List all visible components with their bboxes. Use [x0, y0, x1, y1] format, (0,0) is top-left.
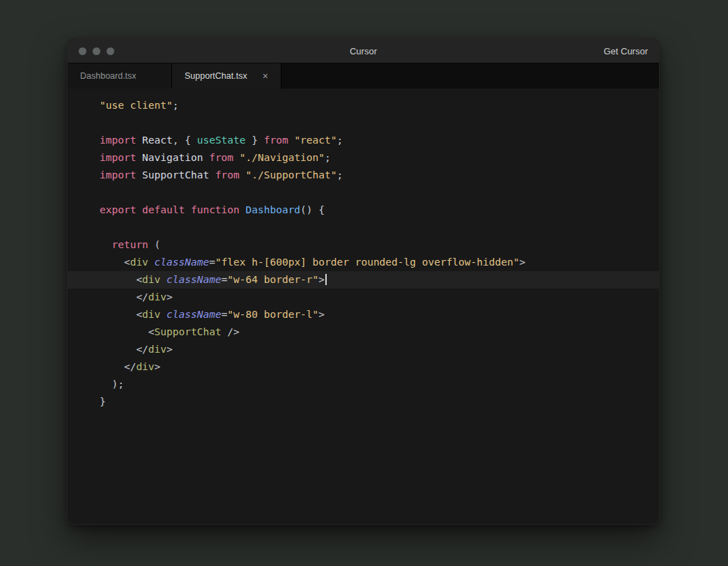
code-token: "./Navigation"	[240, 152, 325, 163]
code-line[interactable]	[68, 184, 659, 201]
code-token: import	[100, 135, 142, 146]
zoom-window-button[interactable]	[107, 47, 114, 55]
code-token: <	[100, 309, 142, 320]
code-token: >	[155, 361, 161, 372]
code-line[interactable]: <SupportChat />	[68, 323, 659, 341]
code-line[interactable]: return (	[68, 236, 659, 254]
window-title: Cursor	[68, 46, 659, 56]
code-token: </	[100, 291, 148, 303]
tab-label: SupportChat.tsx	[185, 71, 247, 81]
code-token: div	[142, 309, 160, 320]
code-token: return	[111, 239, 148, 250]
code-line[interactable]: </div>	[68, 289, 659, 306]
code-line[interactable]: import SupportChat from "./SupportChat";	[68, 167, 659, 184]
title-bar[interactable]: Cursor Get Cursor	[68, 39, 659, 63]
code-token: "w-80 border-l"	[227, 309, 318, 320]
code-token: >	[318, 309, 325, 320]
code-token: <	[100, 274, 142, 285]
code-token: (	[148, 239, 160, 250]
code-token: className	[166, 274, 222, 285]
code-token	[209, 169, 215, 181]
code-token: className	[166, 309, 222, 320]
code-line[interactable]: <div className="w-64 border-r">	[68, 271, 659, 289]
tab-dashboard[interactable]: Dashboard.tsx	[68, 63, 172, 89]
code-token: import	[100, 152, 142, 163]
tab-close-icon[interactable]: ×	[263, 71, 268, 81]
code-line[interactable]: <div className="w-80 border-l">	[68, 306, 659, 323]
code-token: div	[142, 274, 160, 285]
code-line[interactable]: </div>	[68, 358, 659, 376]
code-token: from	[264, 135, 295, 146]
code-line[interactable]: <div className="flex h-[600px] border ro…	[68, 254, 659, 271]
code-token: "flex h-[600px] border rounded-lg overfl…	[215, 257, 520, 268]
code-token: default	[142, 204, 191, 215]
code-token: export	[100, 204, 142, 215]
code-token: SupportChat	[142, 169, 209, 181]
minimize-window-button[interactable]	[93, 47, 100, 55]
code-token: ;	[173, 100, 179, 111]
code-token: >	[318, 274, 325, 285]
code-token: function	[191, 204, 246, 215]
code-line[interactable]: );	[68, 376, 659, 393]
code-token: >	[519, 257, 525, 268]
code-token: SupportChat	[155, 326, 222, 337]
code-token: ;	[325, 152, 331, 163]
code-token: from	[209, 152, 240, 163]
code-token: >	[166, 291, 173, 303]
code-token: "w-64 border-r"	[227, 274, 318, 285]
code-line[interactable]: export default function Dashboard() {	[68, 201, 659, 219]
code-token: }	[100, 396, 106, 407]
code-token: >	[166, 344, 173, 355]
code-token: />	[222, 326, 240, 337]
code-line[interactable]	[68, 114, 659, 132]
code-token: div	[130, 257, 148, 268]
code-token: </	[100, 361, 136, 372]
code-token: "use client"	[100, 100, 173, 111]
code-line[interactable]: }	[68, 393, 659, 411]
code-line[interactable]	[68, 219, 659, 236]
code-line[interactable]: </div>	[68, 341, 659, 358]
code-token: =	[209, 257, 215, 268]
code-token: className	[155, 257, 210, 268]
code-line[interactable]: "use client";	[68, 97, 659, 114]
code-token: div	[136, 361, 154, 372]
code-editor[interactable]: "use client";import React, { useState } …	[68, 89, 659, 525]
code-token: div	[148, 291, 166, 303]
code-token: "react"	[294, 135, 336, 146]
cursor-window: Cursor Get Cursor Dashboard.tsx SupportC…	[67, 38, 660, 525]
get-cursor-link[interactable]: Get Cursor	[603, 46, 648, 56]
code-token: </	[100, 344, 148, 355]
code-token: from	[215, 169, 246, 181]
code-token: <	[100, 257, 130, 268]
code-token	[160, 309, 166, 320]
code-token: );	[100, 378, 124, 390]
code-token: Dashboard	[246, 204, 301, 215]
tab-label: Dashboard.tsx	[80, 71, 137, 81]
code-token: div	[148, 344, 166, 355]
close-window-button[interactable]	[79, 47, 86, 55]
code-line[interactable]: import Navigation from "./Navigation";	[68, 149, 659, 167]
code-token: React	[142, 135, 173, 146]
code-token	[160, 274, 166, 285]
code-token: ;	[337, 135, 343, 146]
code-token: , {	[173, 135, 197, 146]
code-token	[100, 239, 111, 250]
tab-supportchat[interactable]: SupportChat.tsx ×	[172, 63, 281, 89]
desktop-background: Cursor Get Cursor Dashboard.tsx SupportC…	[0, 0, 728, 566]
code-token: <	[100, 326, 155, 337]
code-token: useState	[197, 135, 246, 146]
code-token: () {	[300, 204, 325, 215]
tab-bar: Dashboard.tsx SupportChat.tsx ×	[68, 63, 659, 89]
code-token: }	[246, 135, 264, 146]
code-token: ;	[336, 169, 343, 181]
code-token: import	[100, 169, 142, 181]
code-token	[203, 152, 209, 163]
text-caret	[325, 274, 327, 285]
code-token: Navigation	[142, 152, 203, 163]
code-line[interactable]: import React, { useState } from "react";	[68, 132, 659, 149]
code-token: "./SupportChat"	[246, 169, 337, 181]
traffic-lights	[79, 47, 114, 55]
code-token	[148, 257, 155, 268]
